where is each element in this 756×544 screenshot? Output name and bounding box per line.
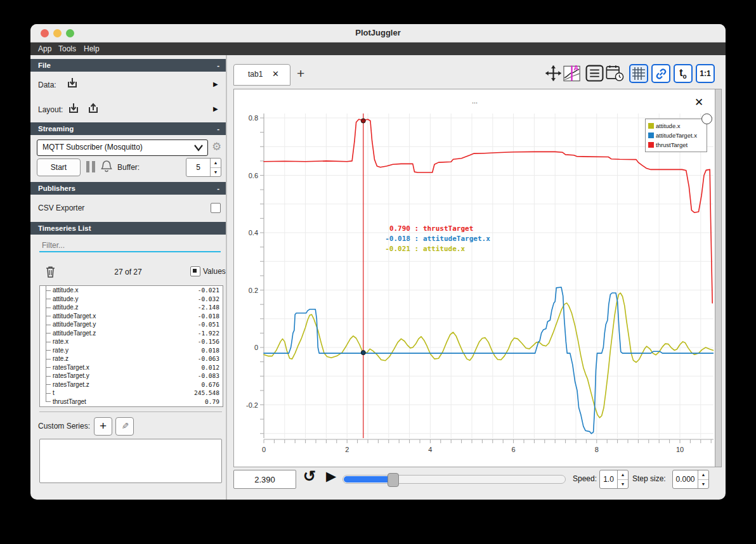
- step-down-icon[interactable]: ▼: [698, 480, 708, 489]
- menu-app[interactable]: App: [38, 44, 51, 53]
- tab-tab1[interactable]: tab1 ✕: [233, 64, 290, 86]
- plot-close-icon[interactable]: ✕: [694, 96, 703, 109]
- series-value: -0.051: [198, 321, 223, 328]
- ratio-1-1-button[interactable]: 1:1: [696, 64, 715, 83]
- timeseries-row[interactable]: attitude.z-2.148: [40, 303, 223, 312]
- series-name: attitudeTarget.y: [53, 321, 198, 328]
- values-label: Values: [203, 267, 226, 276]
- legend-item[interactable]: attitudeTarget.x: [648, 131, 704, 140]
- tab-close-icon[interactable]: ✕: [272, 69, 279, 79]
- tracker-readouts: 0.790 : thrustTarget-0.018 : attitudeTar…: [381, 224, 490, 254]
- legend-label: attitude.x: [656, 122, 681, 129]
- svg-text:6: 6: [512, 446, 516, 453]
- step-size-spinbox[interactable]: 0.000 ▲▼: [672, 470, 709, 489]
- list-view-icon[interactable]: [585, 64, 604, 82]
- curve-editor-icon[interactable]: A: [563, 64, 582, 82]
- start-streaming-button[interactable]: Start: [37, 159, 81, 176]
- link-axes-button[interactable]: [651, 64, 670, 83]
- timeseries-row[interactable]: attitude.x-0.021: [40, 286, 223, 295]
- layout-expand-arrow[interactable]: ▶: [213, 105, 218, 112]
- timeseries-row[interactable]: ratesTarget.x0.012: [40, 363, 223, 372]
- section-header-file[interactable]: File -: [30, 59, 226, 72]
- tracker-time-input[interactable]: 2.390: [233, 470, 296, 489]
- play-icon[interactable]: ▶: [326, 469, 336, 484]
- plot-title: ...: [234, 97, 715, 105]
- notifications-bell-icon[interactable]: [100, 159, 113, 173]
- timeseries-row[interactable]: ratesTarget.z0.676: [40, 380, 223, 389]
- series-value: -2.148: [198, 304, 223, 311]
- series-value: 0.79: [205, 398, 223, 405]
- custom-series-label: Custom Series:: [38, 422, 90, 431]
- series-value: -0.018: [198, 313, 223, 320]
- app-window: PlotJuggler App Tools Help File - Data: …: [30, 24, 726, 500]
- timeseries-row[interactable]: ratesTarget.y-0.083: [40, 372, 223, 380]
- loop-icon[interactable]: ↺: [303, 467, 316, 485]
- custom-series-list[interactable]: [39, 439, 222, 483]
- edit-custom-series-button[interactable]: ✎: [115, 417, 134, 436]
- legend-handle[interactable]: [701, 113, 712, 124]
- readout-line: -0.018 : attitudeTarget.x: [381, 234, 490, 244]
- readout-line: 0.790 : thrustTarget: [381, 224, 490, 234]
- timeseries-row[interactable]: rate.z-0.063: [40, 354, 223, 363]
- show-grid-button[interactable]: [629, 64, 648, 83]
- svg-text:0.4: 0.4: [249, 229, 258, 236]
- speed-spinbox[interactable]: 1.0 ▲▼: [599, 470, 629, 489]
- slider-handle[interactable]: [388, 473, 399, 487]
- data-expand-arrow[interactable]: ▶: [213, 81, 218, 87]
- menu-tools[interactable]: Tools: [58, 44, 76, 53]
- svg-text:4: 4: [428, 446, 432, 453]
- timeseries-row[interactable]: t245.548: [40, 389, 223, 398]
- values-checkbox[interactable]: [190, 266, 200, 276]
- date-time-icon[interactable]: [606, 64, 624, 82]
- add-custom-series-button[interactable]: +: [94, 417, 112, 436]
- buffer-spinbox[interactable]: 5 ▲▼: [186, 158, 221, 177]
- series-value: -0.021: [198, 287, 223, 294]
- pause-icon[interactable]: [86, 161, 95, 172]
- speed-down-icon[interactable]: ▼: [618, 480, 628, 489]
- save-layout-icon[interactable]: [86, 101, 100, 115]
- load-layout-icon[interactable]: [67, 101, 81, 115]
- time-slider[interactable]: [342, 475, 566, 484]
- legend-item[interactable]: attitude.x: [648, 121, 704, 131]
- speed-label: Speed:: [573, 474, 597, 483]
- series-name: attitude.y: [53, 295, 198, 302]
- plot-legend[interactable]: attitude.xattitudeTarget.xthrustTarget: [645, 119, 707, 152]
- timeseries-row[interactable]: attitudeTarget.y-0.051: [40, 320, 223, 329]
- csv-exporter-checkbox[interactable]: [211, 203, 221, 213]
- pan-move-icon[interactable]: [544, 64, 563, 82]
- speed-up-icon[interactable]: ▲: [618, 470, 628, 480]
- timeseries-row[interactable]: thrustTarget0.79: [40, 398, 223, 406]
- time-offset-button[interactable]: to: [674, 64, 693, 83]
- collapse-streaming-icon[interactable]: -: [217, 122, 219, 135]
- title-bar: PlotJuggler: [30, 24, 726, 42]
- buffer-up-icon[interactable]: ▲: [211, 159, 221, 168]
- section-header-publishers[interactable]: Publishers -: [30, 182, 226, 195]
- collapse-publishers-icon[interactable]: -: [217, 182, 219, 195]
- section-header-streaming[interactable]: Streaming -: [30, 122, 226, 135]
- menu-help[interactable]: Help: [84, 44, 100, 53]
- streaming-settings-gear-icon[interactable]: ⚙: [212, 140, 221, 153]
- add-tab-button[interactable]: +: [297, 66, 304, 81]
- series-value: -0.032: [198, 295, 223, 302]
- filter-input[interactable]: [39, 240, 221, 252]
- svg-text:10: 10: [676, 446, 684, 453]
- timeseries-row[interactable]: attitude.y-0.032: [40, 295, 223, 304]
- series-name: ratesTarget.y: [53, 372, 198, 379]
- legend-item[interactable]: thrustTarget: [648, 140, 704, 150]
- timeseries-row[interactable]: attitudeTarget.x-0.018: [40, 312, 223, 321]
- timeseries-row[interactable]: rate.y0.018: [40, 346, 223, 355]
- step-up-icon[interactable]: ▲: [698, 470, 708, 480]
- timeseries-list[interactable]: attitude.x-0.021attitude.y-0.032attitude…: [39, 285, 223, 407]
- svg-text:0.6: 0.6: [249, 172, 258, 179]
- collapse-file-icon[interactable]: -: [217, 59, 219, 72]
- slider-fill: [344, 476, 393, 482]
- sidebar-divider[interactable]: [226, 55, 227, 500]
- streaming-source-select[interactable]: MQTT Subscriber (Mosquitto): [37, 139, 208, 156]
- load-data-icon[interactable]: [65, 76, 79, 90]
- timeseries-row[interactable]: rate.x-0.156: [40, 337, 223, 346]
- timeseries-row[interactable]: attitudeTarget.z-1.922: [40, 329, 223, 338]
- series-name: rate.x: [53, 338, 198, 345]
- section-header-timeseries[interactable]: Timeseries List: [30, 222, 226, 235]
- buffer-down-icon[interactable]: ▼: [211, 168, 221, 177]
- plot-area[interactable]: ... ✕ 0246810-0.200.20.40.60.8 attitude.…: [233, 89, 722, 467]
